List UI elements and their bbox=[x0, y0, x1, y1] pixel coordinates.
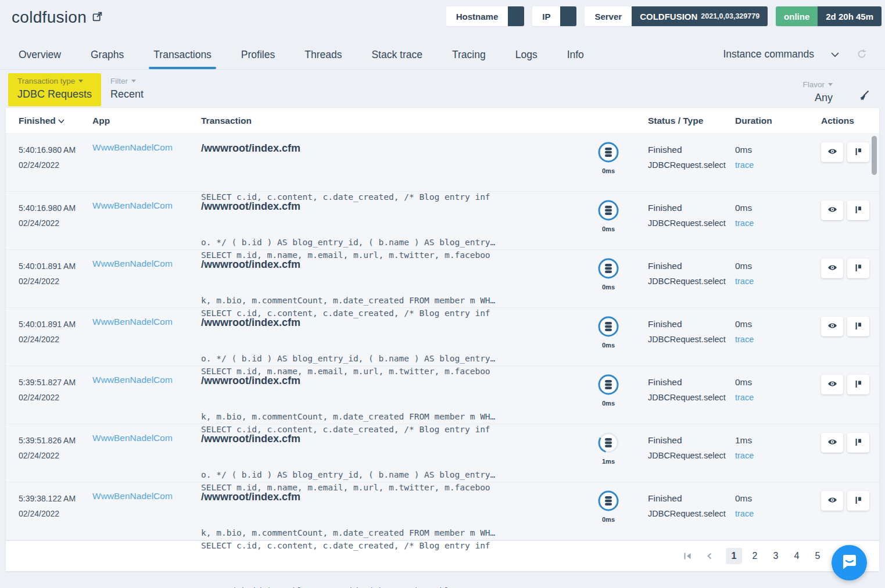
recent-filter[interactable]: Filter Recent bbox=[101, 73, 153, 106]
page-number[interactable]: 4 bbox=[789, 548, 805, 564]
column-duration[interactable]: Duration bbox=[735, 116, 821, 126]
app-link[interactable]: WwwBenNadelCom bbox=[92, 491, 173, 501]
page-number[interactable]: 1 bbox=[726, 548, 742, 564]
external-link-icon[interactable] bbox=[92, 12, 102, 24]
database-icon bbox=[597, 257, 620, 282]
tab-threads[interactable]: Threads bbox=[303, 44, 343, 69]
transaction-cell: /wwwroot/index.cfm SELECT c.id, c.conten… bbox=[201, 491, 590, 588]
hostname-value-redacted bbox=[508, 6, 524, 26]
finished-date: 02/24/2022 bbox=[19, 506, 92, 521]
eye-icon bbox=[827, 322, 837, 331]
page-number[interactable]: 5 bbox=[809, 548, 826, 564]
view-details-button[interactable] bbox=[821, 142, 843, 162]
flag-transaction-button[interactable] bbox=[847, 375, 869, 395]
transaction-title: /wwwroot/index.cfm bbox=[201, 142, 590, 155]
column-transaction[interactable]: Transaction bbox=[201, 116, 590, 126]
view-details-button[interactable] bbox=[821, 375, 843, 395]
tab-profiles[interactable]: Profiles bbox=[240, 44, 276, 69]
type-text: JDBCRequest.select bbox=[648, 216, 735, 231]
finished-date: 02/24/2022 bbox=[19, 216, 92, 231]
chat-launcher-button[interactable] bbox=[832, 545, 867, 580]
trace-link[interactable]: trace bbox=[735, 335, 754, 344]
transaction-type-value[interactable]: JDBC Requests bbox=[17, 88, 92, 101]
flavor-filter[interactable]: Flavor Any bbox=[793, 77, 842, 110]
status-text: Finished bbox=[648, 317, 735, 332]
instance-commands-dropdown[interactable]: Instance commands bbox=[723, 48, 840, 60]
caret-down-icon bbox=[78, 80, 83, 83]
view-details-button[interactable] bbox=[821, 259, 843, 278]
app-link[interactable]: WwwBenNadelCom bbox=[92, 142, 173, 152]
filter-right: Flavor Any bbox=[793, 73, 870, 110]
column-app[interactable]: App bbox=[92, 116, 201, 126]
database-icon bbox=[597, 315, 620, 340]
finished-date: 02/24/2022 bbox=[19, 157, 92, 173]
tab-tracing[interactable]: Tracing bbox=[451, 44, 487, 69]
status-icon-duration: 0ms bbox=[602, 167, 615, 174]
app-link[interactable]: WwwBenNadelCom bbox=[92, 259, 173, 268]
trace-link[interactable]: trace bbox=[735, 218, 754, 228]
table-row[interactable]: 5:40:01.891 AM 02/24/2022 WwwBenNadelCom… bbox=[6, 308, 879, 366]
refresh-icon[interactable] bbox=[854, 46, 870, 62]
tab-overview[interactable]: Overview bbox=[17, 44, 62, 69]
page-number[interactable]: 3 bbox=[768, 548, 784, 564]
column-status-type[interactable]: Status / Type bbox=[648, 116, 735, 126]
table-row[interactable]: 5:39:38.122 AM 02/24/2022 WwwBenNadelCom… bbox=[6, 482, 879, 540]
view-details-button[interactable] bbox=[821, 200, 843, 220]
table-row[interactable]: 5:40:16.980 AM 02/24/2022 WwwBenNadelCom… bbox=[6, 192, 879, 250]
filter-label[interactable]: Filter bbox=[110, 77, 144, 85]
instance-title: coldfusion bbox=[12, 6, 102, 27]
flag-transaction-button[interactable] bbox=[847, 259, 869, 278]
duration-cell: 0ms trace bbox=[735, 491, 821, 588]
duration-value: 0ms bbox=[735, 375, 821, 390]
transaction-type-filter[interactable]: Transaction type JDBC Requests bbox=[8, 73, 101, 106]
tab-logs[interactable]: Logs bbox=[514, 44, 539, 69]
filter-value[interactable]: Recent bbox=[110, 88, 144, 101]
table-row[interactable]: 5:40:16.980 AM 02/24/2022 WwwBenNadelCom… bbox=[6, 134, 879, 192]
finished-time: 5:40:01.891 AM bbox=[19, 259, 92, 274]
database-icon bbox=[597, 199, 620, 224]
table-row[interactable]: 5:39:51.827 AM 02/24/2022 WwwBenNadelCom… bbox=[6, 366, 879, 424]
flag-transaction-button[interactable] bbox=[847, 433, 869, 453]
flag-transaction-button[interactable] bbox=[847, 491, 869, 511]
trace-link[interactable]: trace bbox=[735, 509, 754, 518]
view-details-button[interactable] bbox=[821, 317, 843, 336]
trace-link[interactable]: trace bbox=[735, 393, 754, 402]
status-text: Finished bbox=[648, 142, 735, 157]
tab-graphs[interactable]: Graphs bbox=[89, 44, 125, 69]
tab-transactions[interactable]: Transactions bbox=[152, 44, 213, 69]
status-text: Finished bbox=[648, 433, 735, 448]
page-number[interactable]: 2 bbox=[747, 548, 763, 564]
status-icon-duration: 0ms bbox=[602, 342, 615, 349]
app-link[interactable]: WwwBenNadelCom bbox=[92, 317, 173, 327]
tab-stack-trace[interactable]: Stack trace bbox=[370, 44, 424, 69]
flag-transaction-button[interactable] bbox=[847, 317, 869, 336]
trace-link[interactable]: trace bbox=[735, 451, 754, 460]
app-link[interactable]: WwwBenNadelCom bbox=[92, 375, 173, 385]
app-link[interactable]: WwwBenNadelCom bbox=[92, 433, 173, 443]
finished-time: 5:39:51.826 AM bbox=[19, 433, 92, 448]
tab-info[interactable]: Info bbox=[566, 44, 585, 69]
pagination-pages: 1 2 3 4 5 bbox=[723, 548, 828, 564]
broom-icon[interactable] bbox=[857, 89, 870, 104]
flavor-value[interactable]: Any bbox=[802, 92, 833, 104]
app-link[interactable]: WwwBenNadelCom bbox=[92, 200, 173, 210]
first-page-icon[interactable] bbox=[679, 548, 696, 564]
flag-transaction-button[interactable] bbox=[847, 142, 869, 162]
flavor-label[interactable]: Flavor bbox=[802, 80, 833, 89]
column-finished[interactable]: Finished bbox=[19, 116, 92, 126]
prev-page-icon[interactable] bbox=[701, 548, 718, 564]
table-row[interactable]: 5:40:01.891 AM 02/24/2022 WwwBenNadelCom… bbox=[6, 250, 879, 308]
view-details-button[interactable] bbox=[821, 491, 843, 511]
trace-link[interactable]: trace bbox=[735, 277, 754, 286]
status-icon-duration: 0ms bbox=[602, 516, 615, 523]
trace-link[interactable]: trace bbox=[735, 160, 754, 170]
view-details-button[interactable] bbox=[821, 433, 843, 453]
duration-value: 0ms bbox=[735, 317, 821, 332]
caret-down-icon bbox=[131, 80, 136, 83]
scrollbar-thumb[interactable] bbox=[872, 136, 877, 175]
transaction-title: /wwwroot/index.cfm bbox=[201, 259, 590, 271]
flag-transaction-button[interactable] bbox=[847, 200, 869, 220]
table-row[interactable]: 5:39:51.826 AM 02/24/2022 WwwBenNadelCom… bbox=[6, 424, 879, 482]
finished-date: 02/24/2022 bbox=[19, 274, 92, 289]
transaction-type-label[interactable]: Transaction type bbox=[17, 77, 92, 85]
